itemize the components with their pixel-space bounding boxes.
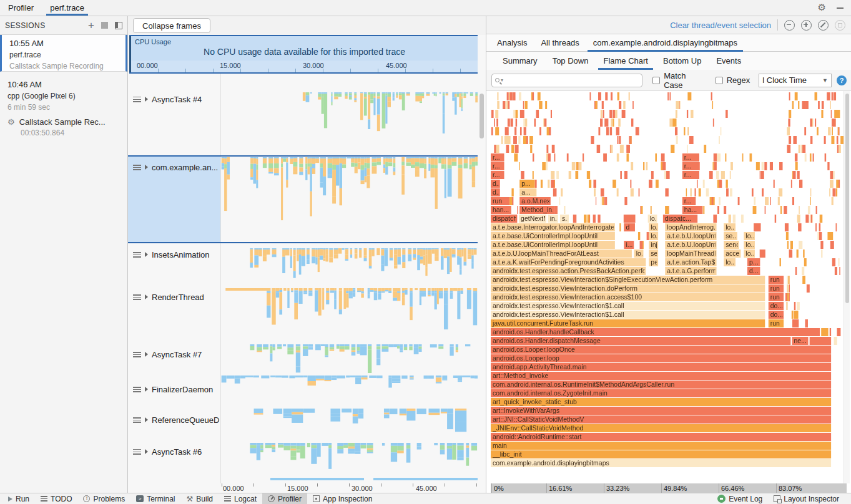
expand-arrow-icon[interactable] xyxy=(145,165,148,170)
tab-profiler[interactable]: Profiler xyxy=(0,0,42,16)
event-log-icon xyxy=(717,495,726,503)
settings-gear-icon[interactable]: ⚙ xyxy=(818,3,826,12)
drag-handle-icon[interactable] xyxy=(133,449,141,455)
statusbar-event-log[interactable]: Event Log xyxy=(712,493,768,504)
axis-tick-label: 45.000 xyxy=(416,485,437,492)
tab-perf-trace[interactable]: perf.trace xyxy=(42,0,92,16)
add-session-icon[interactable]: + xyxy=(88,21,94,30)
axis-ticks xyxy=(222,483,479,487)
statusbar-run[interactable]: Run xyxy=(2,493,35,504)
percent-tick-label: 33.23% xyxy=(606,485,629,492)
subtab-summary[interactable]: Summary xyxy=(495,52,545,70)
expand-arrow-icon[interactable] xyxy=(145,387,148,392)
thread-row-finalizerdaemon[interactable]: FinalizerDaemon xyxy=(128,384,220,395)
search-field[interactable]: ▾ xyxy=(491,74,642,87)
stop-session-icon[interactable] xyxy=(101,22,108,29)
statusbar-build[interactable]: Build xyxy=(181,493,219,504)
regex-checkbox[interactable] xyxy=(716,77,723,84)
flame-scrollbar[interactable] xyxy=(844,91,850,483)
analysis-tab-bar: Analysis All threads com.example.android… xyxy=(486,34,851,52)
flame-scrollbar-thumb[interactable] xyxy=(845,94,849,303)
thread-activity-canvas[interactable] xyxy=(220,74,478,483)
statusbar-profiler[interactable]: Profiler xyxy=(262,493,307,504)
thread-row-referencequeued[interactable]: ReferenceQueueD xyxy=(128,414,220,425)
tab-analysis[interactable]: Analysis xyxy=(490,34,534,51)
drag-handle-icon[interactable] xyxy=(133,387,141,392)
expand-arrow-icon[interactable] xyxy=(145,97,148,102)
expand-arrow-icon[interactable] xyxy=(145,252,148,257)
cpu-usage-banner[interactable]: CPU Usage No CPU usage data available fo… xyxy=(129,36,478,61)
layout-inspector-icon xyxy=(774,495,780,502)
statusbar-terminal[interactable]: Terminal xyxy=(130,493,180,504)
statusbar-todo[interactable]: TODO xyxy=(35,493,77,504)
drag-handle-icon[interactable] xyxy=(133,294,141,300)
cpu-usage-label: CPU Usage xyxy=(135,38,171,46)
expand-arrow-icon[interactable] xyxy=(145,417,148,422)
reset-zoom-icon[interactable] xyxy=(818,20,829,31)
recording-gear-icon: ⚙ xyxy=(7,117,15,127)
drag-handle-icon[interactable] xyxy=(133,97,141,102)
session-time: 10:55 AM xyxy=(9,39,125,48)
expand-arrow-icon[interactable] xyxy=(145,352,148,357)
flame-chart-canvas[interactable] xyxy=(491,92,844,483)
axis-tick-label: 15.000 xyxy=(287,485,308,492)
thread-row-insetsanimation[interactable]: InsetsAnimation xyxy=(128,249,220,260)
expand-arrow-icon[interactable] xyxy=(145,294,148,299)
statusbar-app-inspection[interactable]: App Inspection xyxy=(307,493,378,504)
zoom-in-icon[interactable] xyxy=(801,20,812,31)
timeline-scrollbar-thumb[interactable] xyxy=(480,94,484,138)
subtab-bottom-up[interactable]: Bottom Up xyxy=(656,52,709,70)
drag-handle-icon[interactable] xyxy=(133,252,141,258)
tab-all-threads[interactable]: All threads xyxy=(534,34,586,51)
session-name: perf.trace xyxy=(9,51,125,59)
timeline-toolbar: Collapse frames xyxy=(128,16,486,35)
collapse-panel-icon[interactable] xyxy=(115,22,122,29)
session-item-selected[interactable]: 10:55 AM perf.trace Callstack Sample Rec… xyxy=(0,35,127,72)
search-input[interactable] xyxy=(504,75,639,86)
selected-thread-border-top xyxy=(128,155,478,157)
session-item[interactable]: 10:46 AM cpp (Google Pixel 6) 6 min 59 s… xyxy=(0,72,127,138)
timeline-time-axis: 00.000 15.000 30.000 45.000 xyxy=(220,483,478,493)
analysis-subtab-bar: Summary Top Down Flame Chart Bottom Up E… xyxy=(486,52,851,70)
collapse-frames-button[interactable]: Collapse frames xyxy=(133,18,210,33)
drag-handle-icon[interactable] xyxy=(133,165,141,170)
match-case-checkbox[interactable] xyxy=(652,77,660,84)
tab-process[interactable]: com.example.android.displayingbitmaps xyxy=(586,34,744,51)
subtab-flame-chart[interactable]: Flame Chart xyxy=(596,52,656,70)
profiler-window: Profiler perf.trace ⚙ SESSIONS + 10:55 A… xyxy=(0,0,851,504)
terminal-icon xyxy=(136,495,144,502)
logcat-icon xyxy=(224,496,231,502)
time-ruler[interactable]: 00.000 15.000 30.000 45.000 xyxy=(129,61,478,72)
search-options-caret-icon[interactable]: ▾ xyxy=(501,78,503,83)
clock-type-dropdown[interactable]: l Clock Time ▼ xyxy=(759,74,832,87)
thread-row-main-selected[interactable]: com.example.an... xyxy=(128,162,220,173)
session-recording-item[interactable]: ⚙ Callstack Sample Rec... xyxy=(7,117,127,127)
subtab-top-down[interactable]: Top Down xyxy=(545,52,596,70)
statusbar-logcat[interactable]: Logcat xyxy=(219,493,262,504)
flame-percent-axis: 0% 16.61% 33.23% 49.84% 66.46% 83.07% xyxy=(491,483,847,493)
thread-row-asynctask6[interactable]: AsyncTask #6 xyxy=(128,446,220,457)
percent-tick-label: 16.61% xyxy=(549,485,572,492)
minimize-icon[interactable] xyxy=(837,7,844,9)
app-inspection-icon xyxy=(313,495,320,502)
thread-row-asynctask4[interactable]: AsyncTask #4 xyxy=(128,94,220,105)
ruler-tick-label: 00.000 xyxy=(137,62,158,69)
zoom-out-icon[interactable] xyxy=(784,20,795,31)
statusbar-layout-inspector[interactable]: Layout Inspector xyxy=(768,493,845,504)
drag-handle-icon[interactable] xyxy=(133,352,141,357)
expand-arrow-icon[interactable] xyxy=(145,449,148,454)
axis-tick-label: 30.000 xyxy=(352,485,373,492)
sessions-header: SESSIONS + xyxy=(0,16,127,35)
thread-row-asynctask7[interactable]: AsyncTask #7 xyxy=(128,349,220,360)
build-icon xyxy=(187,495,194,503)
drag-handle-icon[interactable] xyxy=(133,417,141,423)
session-desc: Callstack Sample Recording xyxy=(9,62,125,70)
thread-row-renderthread[interactable]: RenderThread xyxy=(128,291,220,303)
selected-thread-border-bottom xyxy=(128,242,478,243)
statusbar-problems[interactable]: Problems xyxy=(77,493,130,504)
clear-selection-link[interactable]: Clear thread/event selection xyxy=(670,21,771,30)
help-icon[interactable]: ? xyxy=(837,75,847,85)
zoom-to-selection-icon[interactable] xyxy=(835,20,845,31)
subtab-events[interactable]: Events xyxy=(709,52,749,70)
ruler-tick-label: 45.000 xyxy=(386,62,407,69)
